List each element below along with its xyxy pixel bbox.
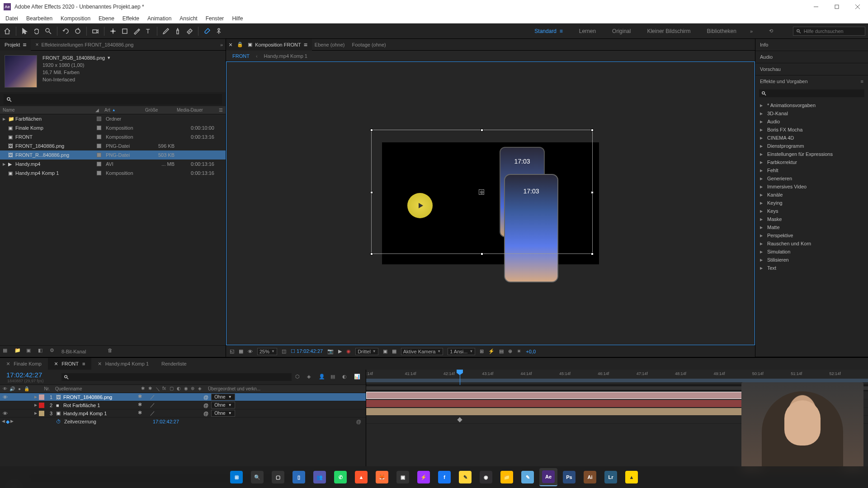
taskbar-ai[interactable]: Ai (581, 468, 599, 486)
layer-row[interactable]: ▶ 2 ■ Rot Farbfläche 1 ✱／ @Ohne▼ (0, 401, 366, 409)
clone-tool[interactable] (173, 27, 182, 36)
breadcrumb-current[interactable]: FRONT (232, 53, 250, 59)
effect-category[interactable]: ▶* Animationsvorgaben (755, 101, 868, 109)
reset-exposure-icon[interactable]: ☀ (517, 348, 521, 354)
sel-handle-mr[interactable] (591, 191, 594, 194)
composition-viewer[interactable]: 17:03 17:03 ⊕ (226, 61, 755, 345)
effect-category[interactable]: ▶Keying (755, 199, 868, 207)
effect-category[interactable]: ▶Fehlt (755, 166, 868, 174)
taskbar-start[interactable]: ⊞ (227, 468, 245, 486)
effect-category[interactable]: ▶Dienstprogramm (755, 142, 868, 150)
toggle-mask-icon[interactable]: 👁 (248, 349, 253, 354)
project-item[interactable]: ▣Handy.mp4 Komp 1Komposition0:00:13:16 (0, 169, 226, 178)
close-icon[interactable]: × (54, 360, 58, 367)
menu-animation[interactable]: Animation (144, 14, 175, 23)
menu-effekte[interactable]: Effekte (119, 14, 143, 23)
effect-category[interactable]: ▶Simulation (755, 248, 868, 256)
taskbar-firefox[interactable]: 🦊 (373, 468, 391, 486)
rect-tool[interactable] (120, 27, 129, 36)
project-settings-button[interactable]: ⚙ (50, 347, 58, 356)
workspace-lernen[interactable]: Lernen (576, 26, 599, 36)
parent-dropdown[interactable]: Ohne▼ (211, 394, 235, 400)
stopwatch-icon[interactable]: ⏱ (56, 419, 62, 424)
col-name[interactable]: Name (3, 108, 95, 113)
timeline-search[interactable] (61, 373, 292, 381)
menu-hilfe[interactable]: Hilfe (228, 14, 246, 23)
taskbar-editor[interactable]: ✎ (519, 468, 537, 486)
effect-category[interactable]: ▶Einstellungen für Expressions (755, 150, 868, 158)
sel-handle-br[interactable] (591, 253, 594, 255)
col-parent[interactable]: Übergeordnet und verkn... (204, 386, 366, 391)
panel-overflow-icon[interactable]: » (220, 42, 223, 47)
color-mgmt-icon[interactable]: ◉ (346, 348, 351, 354)
project-item[interactable]: ▶📁FarbflächenOrdner (0, 114, 226, 123)
roi-icon[interactable]: ▣ (383, 348, 387, 354)
parent-dropdown[interactable]: Ohne▼ (211, 402, 235, 408)
project-item[interactable]: ▣Finale KompKomposition0:00:10:00 (0, 123, 226, 132)
toggle-transparency-icon[interactable]: ▦ (239, 348, 243, 354)
draft3d-icon[interactable]: ◈ (307, 374, 314, 381)
taskbar-teams[interactable]: 👥 (311, 468, 329, 486)
selection-tool[interactable] (20, 27, 29, 36)
project-item[interactable]: 🖼FRONT_R...840886.pngPNG-Datei503 KB (0, 150, 226, 160)
timeline-layers[interactable]: 👁 ▶ 1 🖼 FRONT_1840886.png ✱／ @Ohne▼ ▶ 2 … (0, 393, 366, 426)
workspace-bibliotheken[interactable]: Bibliotheken (704, 26, 739, 36)
timeline-tab[interactable]: Renderliste (155, 359, 193, 369)
taskbar-obs[interactable]: ◉ (477, 468, 495, 486)
effect-category[interactable]: ▶3D-Kanal (755, 109, 868, 117)
comp-tab-active[interactable]: × 🔒 ▣ Komposition FRONT ≡ (226, 39, 312, 51)
taskbar-search[interactable]: 🔍 (248, 468, 266, 486)
project-item[interactable]: ▣FRONTKomposition0:00:13:16 (0, 132, 226, 141)
expression-pickwhip-icon[interactable]: @ (356, 419, 366, 424)
col-duration[interactable]: Media-Dauer (177, 108, 213, 113)
toggle-alpha-icon[interactable]: ◱ (230, 348, 234, 354)
taskbar-ae[interactable]: Ae (539, 468, 557, 486)
project-item[interactable]: ▶▶Handy.mp4AVI... MB0:00:13:16 (0, 160, 226, 169)
menu-komposition[interactable]: Komposition (57, 14, 94, 23)
project-item[interactable]: 🖼FRONT_1840886.pngPNG-Datei596 KB (0, 141, 226, 150)
interpret-footage-button[interactable]: ▦ (3, 347, 11, 356)
help-search[interactable] (793, 27, 865, 36)
puppet-tool[interactable] (214, 27, 223, 36)
camera-dropdown[interactable]: Aktive Kamera▼ (401, 348, 443, 355)
project-list[interactable]: ▶📁FarbflächenOrdner▣Finale KompKompositi… (0, 114, 226, 345)
info-panel[interactable]: Info (755, 39, 868, 51)
channel-icon[interactable]: ▶ (338, 348, 342, 354)
workspace-overflow-icon[interactable]: » (750, 28, 753, 34)
viewer-timecode[interactable]: ☐ 17:02:42:27 (291, 348, 323, 354)
asset-name[interactable]: FRONT_RGB_1840886.png▼ (42, 55, 111, 61)
brush-tool[interactable] (161, 27, 170, 36)
property-row[interactable]: ◀◆▶ ⏱ Zeitverzerrung 17:02:42:27 @ (0, 418, 366, 426)
bit-depth-label[interactable]: 8-Bit-Kanal (61, 349, 86, 354)
timeline-icon[interactable]: ▤ (499, 348, 504, 354)
taskbar-whatsapp[interactable]: ✆ (331, 468, 349, 486)
playhead[interactable] (457, 370, 464, 385)
effect-category[interactable]: ▶CINEMA 4D (755, 134, 868, 142)
timeline-tab[interactable]: ×Handy.mp4 Komp 1 (91, 358, 155, 370)
maximize-button[interactable] (826, 0, 847, 14)
effect-category[interactable]: ▶Text (755, 264, 868, 272)
taskbar-brave[interactable]: ▲ (352, 468, 370, 486)
taskbar-app2[interactable]: ▲ (623, 468, 641, 486)
effect-category[interactable]: ▶Perspektive (755, 231, 868, 239)
resolution-icon[interactable]: ◫ (282, 348, 286, 354)
orbit-tool[interactable] (61, 27, 71, 36)
pickwhip-icon[interactable]: @ (203, 411, 208, 416)
sel-handle-bl[interactable] (370, 253, 373, 255)
new-comp-button[interactable]: ▣ (26, 347, 34, 356)
effects-list[interactable]: ▶* Animationsvorgaben▶3D-Kanal▶Audio▶Bor… (755, 99, 868, 274)
frame-blend-icon[interactable]: ▤ (330, 374, 338, 381)
graph-editor-icon[interactable]: 📊 (354, 374, 361, 381)
footage-tab[interactable]: Footage (ohne) (349, 40, 391, 50)
pen-tool[interactable] (132, 27, 141, 36)
taskbar-lr[interactable]: Lr (602, 468, 620, 486)
pickwhip-icon[interactable]: @ (203, 394, 208, 400)
pickwhip-icon[interactable]: @ (203, 403, 208, 408)
taskbar-taskview[interactable]: ▢ (269, 468, 287, 486)
project-search[interactable] (4, 94, 222, 104)
exposure-value[interactable]: +0,0 (526, 349, 536, 354)
taskbar-facebook[interactable]: f (435, 468, 453, 486)
close-icon[interactable]: × (6, 360, 10, 367)
views-dropdown[interactable]: 1 Ansi...▼ (448, 348, 475, 355)
menu-ansicht[interactable]: Ansicht (176, 14, 201, 23)
